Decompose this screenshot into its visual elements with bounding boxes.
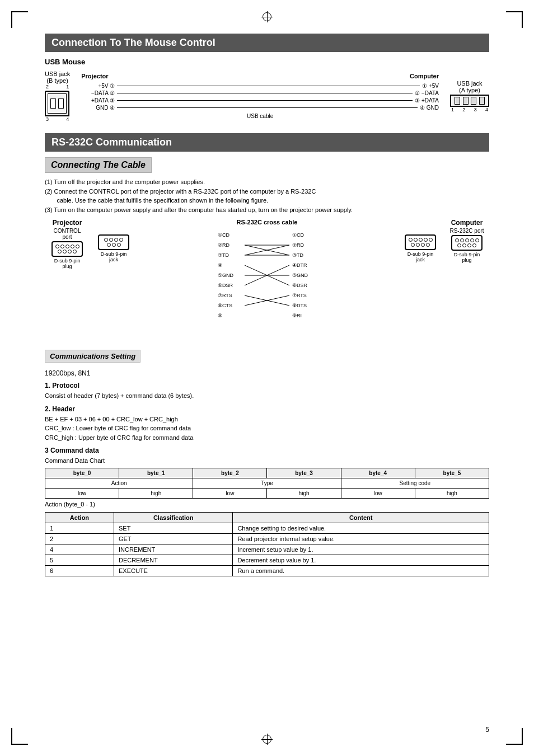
svg-text:⑤GND: ⑤GND (292, 273, 308, 278)
header-section: 2. Header BE + EF + 03 + 06 + 00 + CRC_l… (45, 405, 489, 443)
wire-label-3: +DATA ③ (81, 97, 115, 104)
svg-text:⑥DSR: ⑥DSR (218, 283, 233, 288)
action-class: GET (114, 533, 232, 544)
svg-text:④: ④ (218, 262, 222, 268)
wire-right-3: ③ +DATA (415, 97, 439, 104)
svg-text:⑨: ⑨ (218, 313, 222, 318)
usb-b-connector-section: USB jack (B type) 2 1 (45, 71, 70, 122)
byte-high2: high (267, 488, 341, 498)
baud-rate: 19200bps, 8N1 (45, 369, 489, 377)
action-class: DECREMENT (114, 555, 232, 565)
svg-text:②RD: ②RD (218, 242, 229, 248)
usb-b-shape (45, 91, 69, 116)
protocol-section: 1. Protocol Consist of header (7 bytes) … (45, 382, 489, 401)
action-table-row: 4 INCREMENT Increment setup value by 1. (45, 544, 489, 555)
usb-a-label: USB jack (450, 80, 489, 87)
corner-mark-bl (11, 728, 28, 745)
usb-cable-label: USB cable (81, 113, 439, 119)
connecting-cable-section: Connecting The Cable (1) Turn off the pr… (45, 157, 489, 340)
action-content: Change setting to desired value. (233, 523, 489, 533)
byte-table: byte_0 byte_1 byte_2 byte_3 byte_4 byte_… (45, 468, 489, 499)
usb-b-type: (B type) (45, 77, 70, 84)
byte-col-2: byte_2 (193, 468, 267, 478)
usb-diagram: USB jack (B type) 2 1 (45, 71, 489, 122)
a-pin1-label: 1 (451, 107, 454, 112)
connecting-cable-title: Connecting The Cable (45, 157, 152, 173)
svg-text:①CD: ①CD (218, 232, 229, 238)
instruction-1: (1) Turn off the projector and the compu… (45, 177, 489, 187)
header-title: 2. Header (45, 405, 489, 413)
action-table-row: 6 EXECUTE Run a command. (45, 565, 489, 576)
svg-text:④DTR: ④DTR (292, 262, 307, 268)
cable-diagram: Projector CONTROLport (45, 219, 489, 340)
byte-col-5: byte_5 (415, 468, 489, 478)
mouse-control-title: Connection To The Mouse Control (45, 34, 489, 52)
comm-setting-section: Communications Setting 19200bps, 8N1 1. … (45, 345, 489, 576)
svg-text:③TD: ③TD (218, 252, 229, 258)
svg-text:③TD: ③TD (292, 252, 303, 258)
center-bottom-mark (261, 734, 273, 745)
action-number: 1 (45, 523, 114, 533)
projector-wiring-label: Projector (81, 73, 108, 79)
header-line-2: CRC_low : Lower byte of CRC flag for com… (45, 424, 489, 433)
byte-high3: high (415, 488, 489, 498)
computer-jack-col: D-sub 9-pinjack (401, 219, 440, 262)
usb-wiring-middle: Projector Computer +5V ① ① +5V −DATA ② (81, 73, 439, 120)
action-table-row: 5 DECREMENT Decrement setup value by 1. (45, 555, 489, 565)
usb-a-connector-section: USB jack (A type) 1 2 3 4 (450, 80, 489, 112)
protocol-desc: Consist of header (7 bytes) + command da… (45, 391, 489, 401)
byte-high1: high (119, 488, 193, 498)
computer-col: Computer RS-232C port (444, 219, 489, 263)
page-number: 5 (485, 726, 489, 734)
command-subtitle: Command Data Chart (45, 456, 489, 466)
pin3-label: 3 (46, 116, 49, 122)
wire-right-1: ① +5V (422, 83, 439, 89)
byte-low1: low (45, 488, 119, 498)
byte-col-1: byte_1 (119, 468, 193, 478)
class-header: Classification (114, 512, 232, 523)
action-number: 5 (45, 555, 114, 565)
rs232c-section: RS-232C Communication Connecting The Cab… (45, 133, 489, 576)
pin2-label: 2 (46, 84, 49, 90)
action-table: Action Classification Content 1 SET Chan… (45, 512, 489, 576)
svg-text:⑨RI: ⑨RI (292, 313, 302, 318)
a-pin4-label: 4 (485, 107, 488, 112)
svg-text:①CD: ①CD (292, 232, 304, 238)
instruction-3: (3) Turn on the computer power supply an… (45, 205, 489, 215)
header-line-3: CRC_high : Upper byte of CRC flag for co… (45, 433, 489, 443)
projector-plug-label: D-sub 9-pinplug (45, 258, 90, 269)
action-note: Action (byte_0 - 1) (45, 501, 489, 508)
page: Connection To The Mouse Control USB Mous… (0, 0, 534, 756)
pin1-label: 1 (66, 84, 69, 90)
projector-dsub-jack (98, 234, 129, 250)
wire-label-2: −DATA ② (81, 90, 115, 96)
cross-cable-col: RS-232C cross cable ①CD ②RD ③TD ④ ⑤GND ⑥… (138, 219, 396, 340)
wire-label-4: GND ④ (81, 105, 115, 111)
svg-text:⑧CTS: ⑧CTS (218, 303, 232, 308)
byte-row-3: low high low high low high (45, 488, 489, 498)
instructions: (1) Turn off the projector and the compu… (45, 177, 489, 214)
action-content: Read projector internal setup value. (233, 533, 489, 544)
cross-cable-svg: ①CD ②RD ③TD ④ ⑤GND ⑥DSR ⑦RTS ⑧CTS ⑨ ①CD … (217, 227, 317, 339)
action-class: SET (114, 523, 232, 533)
a-pin3-label: 3 (474, 107, 477, 112)
svg-text:⑤GND: ⑤GND (218, 273, 234, 278)
byte-low3: low (341, 488, 415, 498)
instruction-2: (2) Connect the CONTROL port of the proj… (45, 187, 489, 205)
comm-setting-title: Communications Setting (45, 350, 140, 363)
center-top-mark (261, 11, 273, 22)
computer-plug-label: D-sub 9-pinplug (444, 252, 489, 263)
corner-mark-tr (506, 11, 523, 28)
action-cell: Action (45, 478, 193, 488)
svg-text:⑦RTS: ⑦RTS (292, 293, 307, 298)
action-content: Run a command. (233, 565, 489, 576)
usb-wire-lines: +5V ① ① +5V −DATA ② ② −DATA +DATA ③ (81, 81, 439, 120)
action-content: Decrement setup value by 1. (233, 555, 489, 565)
control-port-label: CONTROLport (45, 228, 90, 240)
type-cell: Type (193, 478, 341, 488)
wire-label-1: +5V ① (81, 83, 115, 89)
action-content: Increment setup value by 1. (233, 544, 489, 555)
action-number: 6 (45, 565, 114, 576)
a-pin2-label: 2 (462, 107, 465, 112)
pin4-label: 4 (66, 116, 69, 122)
